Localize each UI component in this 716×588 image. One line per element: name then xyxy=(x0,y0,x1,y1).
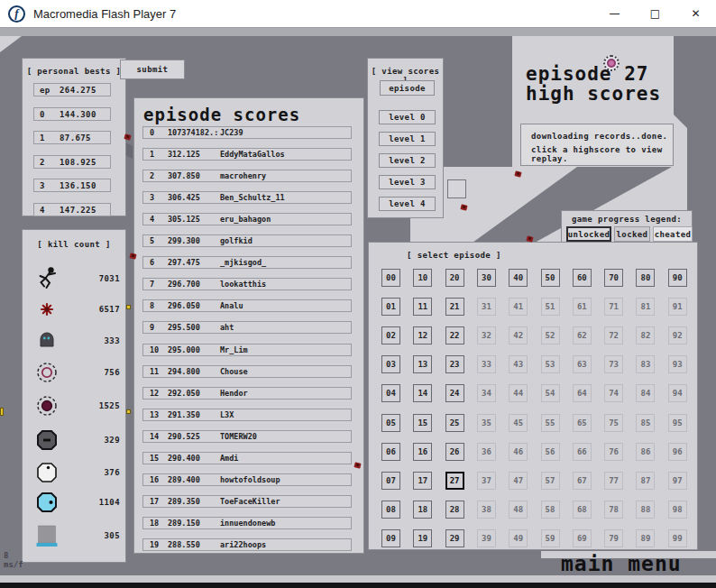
episode-cell-71[interactable]: 71 xyxy=(604,298,623,316)
episode-cell-40[interactable]: 40 xyxy=(509,269,528,287)
personal-best-row[interactable]: ep264.275 xyxy=(33,83,111,96)
episode-cell-60[interactable]: 60 xyxy=(573,269,592,287)
highscore-row[interactable]: 19288.550ari22hoops xyxy=(142,538,352,551)
episode-cell-64[interactable]: 64 xyxy=(573,384,592,402)
episode-cell-53[interactable]: 53 xyxy=(541,355,560,373)
episode-cell-63[interactable]: 63 xyxy=(573,355,592,373)
episode-cell-33[interactable]: 33 xyxy=(477,355,496,373)
episode-cell-83[interactable]: 83 xyxy=(636,355,655,373)
episode-cell-23[interactable]: 23 xyxy=(445,355,464,373)
personal-best-row[interactable]: 0144.300 xyxy=(33,107,111,121)
episode-cell-49[interactable]: 49 xyxy=(509,529,528,547)
episode-cell-32[interactable]: 32 xyxy=(477,326,496,345)
view-level-2-button[interactable]: level 2 xyxy=(379,153,436,168)
episode-cell-18[interactable]: 18 xyxy=(413,501,432,519)
episode-cell-95[interactable]: 95 xyxy=(668,414,687,432)
episode-cell-31[interactable]: 31 xyxy=(477,298,496,316)
submit-button[interactable]: submit xyxy=(120,60,185,79)
legend-cheated-button[interactable]: cheated xyxy=(653,226,693,242)
episode-cell-08[interactable]: 08 xyxy=(381,501,400,519)
episode-cell-20[interactable]: 20 xyxy=(445,269,464,287)
highscore-row[interactable]: 6297.475_mjkisgod_ xyxy=(142,256,352,269)
episode-cell-28[interactable]: 28 xyxy=(445,501,464,519)
episode-cell-48[interactable]: 48 xyxy=(509,501,528,519)
episode-cell-85[interactable]: 85 xyxy=(636,414,655,432)
episode-cell-86[interactable]: 86 xyxy=(636,443,655,461)
highscore-row[interactable]: 17289.350ToeFaceKiller xyxy=(142,495,352,508)
view-level-3-button[interactable]: level 3 xyxy=(379,175,436,189)
highscore-row[interactable]: 5299.300golfkid xyxy=(142,234,352,247)
episode-cell-21[interactable]: 21 xyxy=(445,298,464,316)
highscore-row[interactable]: 10295.000Mr_Lim xyxy=(142,344,352,356)
episode-cell-03[interactable]: 03 xyxy=(381,355,400,373)
highscore-row[interactable]: 13291.350L3X xyxy=(142,409,352,421)
episode-cell-68[interactable]: 68 xyxy=(573,501,592,519)
blank-square-button[interactable] xyxy=(447,179,466,198)
episode-cell-42[interactable]: 42 xyxy=(509,326,528,345)
episode-cell-99[interactable]: 99 xyxy=(668,529,687,547)
episode-cell-10[interactable]: 10 xyxy=(413,269,432,287)
episode-cell-39[interactable]: 39 xyxy=(477,529,496,547)
legend-unlocked-button[interactable]: unlocked xyxy=(566,226,611,242)
episode-cell-06[interactable]: 06 xyxy=(381,443,400,461)
episode-cell-75[interactable]: 75 xyxy=(604,414,623,432)
episode-cell-87[interactable]: 87 xyxy=(636,472,655,490)
episode-cell-97[interactable]: 97 xyxy=(668,472,687,490)
episode-cell-93[interactable]: 93 xyxy=(668,355,687,373)
episode-cell-54[interactable]: 54 xyxy=(541,384,560,402)
episode-cell-82[interactable]: 82 xyxy=(636,326,655,345)
episode-cell-14[interactable]: 14 xyxy=(413,384,432,402)
episode-cell-09[interactable]: 09 xyxy=(381,529,400,547)
episode-cell-36[interactable]: 36 xyxy=(477,443,496,461)
episode-cell-79[interactable]: 79 xyxy=(604,529,623,547)
personal-best-row[interactable]: 4147.225 xyxy=(33,203,111,216)
episode-cell-81[interactable]: 81 xyxy=(636,298,655,316)
episode-cell-15[interactable]: 15 xyxy=(413,414,432,432)
highscore-row[interactable]: 1312.125EddyMataGallos xyxy=(142,148,352,161)
episode-cell-37[interactable]: 37 xyxy=(477,472,496,490)
episode-cell-91[interactable]: 91 xyxy=(668,298,687,316)
episode-cell-61[interactable]: 61 xyxy=(573,298,592,316)
episode-cell-96[interactable]: 96 xyxy=(668,443,687,461)
episode-cell-29[interactable]: 29 xyxy=(445,529,464,547)
episode-cell-57[interactable]: 57 xyxy=(541,472,560,490)
episode-cell-22[interactable]: 22 xyxy=(445,326,464,345)
episode-cell-78[interactable]: 78 xyxy=(604,501,623,519)
episode-cell-44[interactable]: 44 xyxy=(509,384,528,402)
episode-cell-43[interactable]: 43 xyxy=(509,355,528,373)
episode-cell-76[interactable]: 76 xyxy=(604,443,623,461)
highscore-row[interactable]: 4305.125eru_bahagon xyxy=(142,213,352,225)
episode-cell-62[interactable]: 62 xyxy=(573,326,592,345)
highscore-row[interactable]: 8296.050Analu xyxy=(142,299,352,312)
minimize-button[interactable]: — xyxy=(594,0,635,27)
episode-cell-13[interactable]: 13 xyxy=(413,355,432,373)
episode-cell-16[interactable]: 16 xyxy=(413,443,432,461)
episode-cell-17[interactable]: 17 xyxy=(413,472,432,490)
episode-cell-24[interactable]: 24 xyxy=(445,384,464,402)
highscore-row[interactable]: 0107374182.:JC239 xyxy=(142,126,352,139)
episode-cell-01[interactable]: 01 xyxy=(381,298,400,316)
episode-cell-73[interactable]: 73 xyxy=(604,355,623,373)
episode-cell-90[interactable]: 90 xyxy=(668,269,687,287)
main-menu-button[interactable]: main menu xyxy=(561,552,682,575)
episode-cell-11[interactable]: 11 xyxy=(413,298,432,316)
episode-cell-94[interactable]: 94 xyxy=(668,384,687,402)
episode-cell-34[interactable]: 34 xyxy=(477,384,496,402)
personal-best-row[interactable]: 2108.925 xyxy=(33,155,111,169)
episode-cell-07[interactable]: 07 xyxy=(381,472,400,490)
episode-cell-00[interactable]: 00 xyxy=(381,269,400,287)
highscore-row[interactable]: 7296.700lookatthis xyxy=(142,278,352,290)
episode-cell-84[interactable]: 84 xyxy=(636,384,655,402)
episode-cell-04[interactable]: 04 xyxy=(381,384,400,402)
highscore-row[interactable]: 12292.050Hendor xyxy=(142,387,352,400)
highscore-row[interactable]: 11294.800Chouse xyxy=(142,365,352,378)
episode-cell-65[interactable]: 65 xyxy=(573,414,592,432)
episode-cell-30[interactable]: 30 xyxy=(477,269,496,287)
episode-cell-47[interactable]: 47 xyxy=(509,472,528,490)
episode-cell-77[interactable]: 77 xyxy=(604,472,623,490)
episode-cell-05[interactable]: 05 xyxy=(381,414,400,432)
view-level-4-button[interactable]: level 4 xyxy=(379,197,436,211)
episode-cell-89[interactable]: 89 xyxy=(636,529,655,547)
episode-cell-41[interactable]: 41 xyxy=(509,298,528,316)
highscore-row[interactable]: 9295.500aht xyxy=(142,321,352,334)
